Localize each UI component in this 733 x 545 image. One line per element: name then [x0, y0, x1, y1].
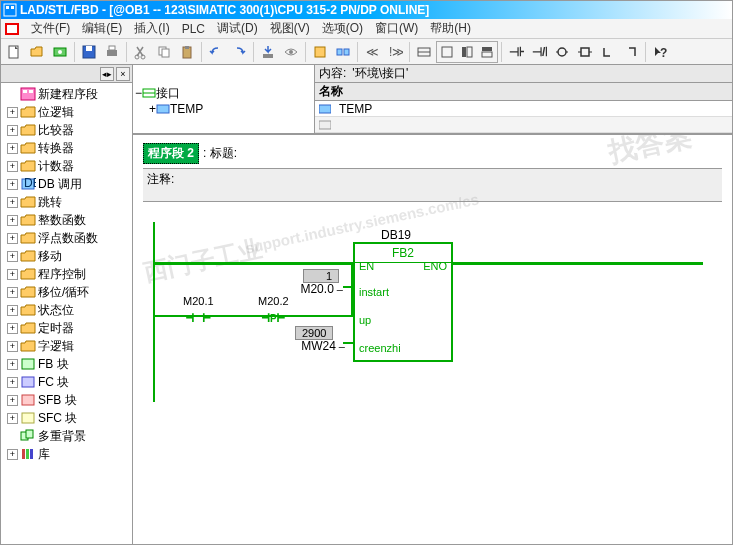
segment-title-text[interactable]: : 标题:	[203, 145, 237, 162]
expand-icon[interactable]: +	[7, 143, 18, 154]
redo-button[interactable]	[228, 41, 250, 63]
tree-item[interactable]: 多重背景	[3, 427, 130, 445]
pulse-contact[interactable]: M20.2 ⊣P⊢	[258, 295, 289, 325]
ladder-editor[interactable]: 找答案 西门子工业 support.industry.siemens.com/c…	[133, 135, 732, 544]
sys-menu-icon[interactable]	[5, 23, 19, 35]
goto-button[interactable]: ≪!	[361, 41, 383, 63]
tree-item[interactable]: +跳转	[3, 193, 130, 211]
tree-item[interactable]: +移位/循环	[3, 283, 130, 301]
tree-item[interactable]: +转换器	[3, 139, 130, 157]
expand-icon[interactable]: +	[7, 395, 18, 406]
collapse-icon[interactable]: −	[135, 86, 142, 100]
menu-window[interactable]: 窗口(W)	[369, 18, 424, 39]
expand-icon[interactable]: +	[7, 287, 18, 298]
tree-item[interactable]: +状态位	[3, 301, 130, 319]
tree-item[interactable]: +SFB 块	[3, 391, 130, 409]
iface-root[interactable]: − 接口	[135, 85, 312, 101]
tree-item[interactable]: +库	[3, 445, 130, 463]
expand-icon[interactable]: +	[7, 377, 18, 388]
expand-icon[interactable]: +	[7, 323, 18, 334]
comment-box[interactable]: 注释:	[143, 168, 722, 202]
table-row-empty[interactable]	[315, 117, 732, 133]
svg-point-34	[558, 48, 566, 56]
expand-icon[interactable]: +	[7, 305, 18, 316]
tree-item[interactable]: +浮点数函数	[3, 229, 130, 247]
expand-icon[interactable]: +	[7, 197, 18, 208]
expand-icon[interactable]: +	[7, 179, 18, 190]
tree-item-label: FB 块	[38, 356, 69, 373]
block-button[interactable]	[309, 41, 331, 63]
branch-close-button[interactable]	[620, 41, 642, 63]
help-cursor-button[interactable]: ?	[649, 41, 671, 63]
menu-help[interactable]: 帮助(H)	[424, 18, 477, 39]
detail-button[interactable]	[413, 41, 435, 63]
tree-item[interactable]: +FB 块	[3, 355, 130, 373]
contact-nc-button[interactable]: ⊣/⊢	[528, 41, 550, 63]
tree-item[interactable]: +定时器	[3, 319, 130, 337]
tree-item[interactable]: +移动	[3, 247, 130, 265]
instruction-tree[interactable]: 新建程序段+位逻辑+比较器+转换器+计数器+DBDB 调用+跳转+整数函数+浮点…	[1, 83, 132, 544]
menu-view[interactable]: 视图(V)	[264, 18, 316, 39]
view2-button[interactable]	[457, 42, 477, 62]
tree-item[interactable]: +整数函数	[3, 211, 130, 229]
view3-button[interactable]	[477, 42, 497, 62]
iface-temp[interactable]: + TEMP	[135, 101, 312, 117]
download-button[interactable]	[257, 41, 279, 63]
fb-block[interactable]: FB2 EN ENO instart up creenzhi	[353, 242, 453, 362]
expand-icon[interactable]: +	[7, 251, 18, 262]
tree-item-icon	[20, 285, 36, 299]
sidebar-toggle-btn[interactable]: ◂▸	[100, 67, 114, 81]
segment-tag[interactable]: 程序段 2	[143, 143, 199, 164]
sidebar-close-btn[interactable]: ×	[116, 67, 130, 81]
ref-button[interactable]	[332, 41, 354, 63]
ladder-network[interactable]: M20.1 ⊣ ⊢ M20.2 ⊣P⊢ DB19 FB2 EN ENO inst…	[143, 222, 722, 402]
save-button[interactable]	[78, 41, 100, 63]
monitor-button[interactable]	[280, 41, 302, 63]
expand-icon[interactable]: +	[7, 107, 18, 118]
tree-item[interactable]: +程序控制	[3, 265, 130, 283]
menu-insert[interactable]: 插入(I)	[128, 18, 175, 39]
print-button[interactable]	[101, 41, 123, 63]
tree-item[interactable]: +SFC 块	[3, 409, 130, 427]
menu-plc[interactable]: PLC	[176, 20, 211, 38]
next-err-button[interactable]: !≫	[384, 41, 406, 63]
tree-item[interactable]: +DBDB 调用	[3, 175, 130, 193]
menu-edit[interactable]: 编辑(E)	[76, 18, 128, 39]
undo-button[interactable]	[205, 41, 227, 63]
contact-no-button[interactable]: ⊣⊢	[505, 41, 527, 63]
table-row[interactable]: TEMP	[315, 101, 732, 117]
tree-item[interactable]: 新建程序段	[3, 85, 130, 103]
expand-icon[interactable]: +	[7, 161, 18, 172]
copy-button[interactable]	[153, 41, 175, 63]
menu-file[interactable]: 文件(F)	[25, 18, 76, 39]
branch-open-button[interactable]	[597, 41, 619, 63]
tree-item[interactable]: +FC 块	[3, 373, 130, 391]
expand-icon[interactable]: +	[149, 102, 156, 116]
expand-icon[interactable]: +	[7, 359, 18, 370]
expand-icon[interactable]: +	[7, 341, 18, 352]
expand-icon[interactable]: +	[7, 449, 18, 460]
tree-item[interactable]: +字逻辑	[3, 337, 130, 355]
expand-icon[interactable]: +	[7, 125, 18, 136]
cut-button[interactable]	[130, 41, 152, 63]
new-button[interactable]	[3, 41, 25, 63]
online-button[interactable]	[49, 41, 71, 63]
expand-icon[interactable]: +	[7, 413, 18, 424]
expand-icon[interactable]: +	[7, 233, 18, 244]
expand-icon[interactable]: +	[7, 269, 18, 280]
tree-item[interactable]: +位逻辑	[3, 103, 130, 121]
expand-icon[interactable]: +	[7, 215, 18, 226]
svg-rect-9	[86, 46, 92, 51]
paste-button[interactable]	[176, 41, 198, 63]
box-button[interactable]	[574, 41, 596, 63]
tree-item[interactable]: +比较器	[3, 121, 130, 139]
svg-rect-54	[30, 449, 33, 459]
menu-options[interactable]: 选项(O)	[316, 18, 369, 39]
tree-item[interactable]: +计数器	[3, 157, 130, 175]
open-button[interactable]	[26, 41, 48, 63]
contact-no[interactable]: M20.1 ⊣ ⊢	[183, 295, 214, 325]
svg-rect-29	[467, 47, 472, 57]
menu-debug[interactable]: 调试(D)	[211, 18, 264, 39]
coil-button[interactable]	[551, 41, 573, 63]
view1-button[interactable]	[437, 42, 457, 62]
